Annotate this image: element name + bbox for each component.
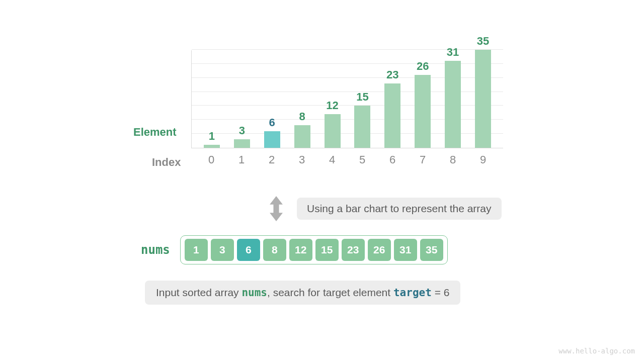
bar [384,83,400,148]
index-label: 3 [289,153,314,166]
desc-suffix: = 6 [432,287,450,298]
index-row: 0123456789 [191,153,503,166]
array-box: 1368121523263135 [180,235,448,264]
index-axis-label: Index [152,156,181,169]
bar-group: 26 [410,60,435,148]
bar-value-label: 1 [209,130,215,143]
desc-mid: , search for target element [267,287,393,298]
bar-group: 8 [290,110,315,148]
bar [294,125,310,148]
bar [325,114,341,148]
index-label: 0 [199,153,224,166]
chart-caption: Using a bar chart to represent the array [297,198,502,220]
index-label: 6 [380,153,405,166]
bar-chart: Element Index 1368121523263135 012345678… [141,50,503,181]
desc-prefix: Input sorted array [156,287,242,298]
bar-value-label: 12 [326,99,338,112]
desc-target-name: target [393,287,432,299]
watermark: www.hello-algo.com [558,347,635,355]
array-section: nums 1368121523263135 [141,235,448,264]
plot-area: 1368121523263135 [191,50,503,148]
index-label: 2 [259,153,284,166]
array-cell: 12 [289,239,312,261]
bar-value-label: 26 [417,60,429,73]
index-label: 5 [350,153,375,166]
bar [354,106,370,148]
array-cell: 31 [394,239,417,261]
description-box: Input sorted array nums, search for targ… [145,281,460,305]
index-label: 8 [440,153,465,166]
arrow-caption-section: Using a bar chart to represent the array [267,196,502,221]
bar [204,145,220,148]
bar-value-label: 31 [447,46,459,59]
bar-group: 15 [350,90,375,148]
bar [475,50,491,148]
bar-group: 6 [260,116,285,148]
bar-group: 3 [229,124,255,148]
bar-group: 23 [380,68,405,148]
bar-group: 12 [320,99,345,148]
index-label: 7 [410,153,435,166]
double-arrow-icon [267,196,286,221]
bar [234,139,250,148]
index-label: 1 [229,153,254,166]
bar-value-label: 8 [299,110,305,123]
bar [264,131,280,148]
index-label: 9 [470,153,496,166]
bar-value-label: 23 [386,68,398,81]
bar-group: 1 [199,130,224,148]
array-cell: 23 [342,239,365,261]
desc-array-name: nums [242,287,267,299]
array-cell: 1 [185,239,208,261]
bar-value-label: 15 [356,90,368,104]
array-cell: 3 [211,239,234,261]
array-cell: 26 [368,239,391,261]
index-label: 4 [319,153,345,166]
array-cell: 35 [420,239,443,261]
bar-value-label: 6 [269,116,275,129]
array-cell: 15 [315,239,339,261]
array-label: nums [141,243,170,257]
element-axis-label: Element [133,126,177,139]
bar-value-label: 35 [477,35,489,48]
bar-group: 31 [440,46,465,148]
bar [415,75,431,148]
bar-value-label: 3 [239,124,245,137]
bar-group: 35 [470,35,496,148]
array-cell: 8 [263,239,286,261]
array-cell: 6 [237,239,260,261]
bar [445,61,461,148]
